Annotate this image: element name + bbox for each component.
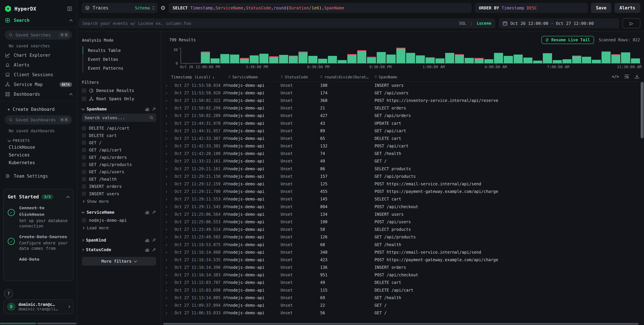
source-select[interactable]: Traces Schema (82, 3, 158, 13)
histogram-bar[interactable] (406, 53, 415, 63)
root-spans-only-toggle[interactable]: Root Spans Only (82, 96, 156, 101)
histogram-bar[interactable] (553, 60, 562, 63)
table-row[interactable]: › Oct 27 11:50:02.322 AM nodejs-demo-api… (161, 97, 644, 104)
checkbox[interactable] (82, 184, 86, 189)
histogram-bar[interactable] (426, 57, 434, 63)
filter-value-item[interactable]: GET /api/users (82, 168, 156, 175)
histogram-bar[interactable] (621, 52, 630, 63)
expand-row-icon[interactable]: › (161, 121, 171, 126)
expand-row-icon[interactable]: › (161, 98, 171, 103)
expand-row-icon[interactable]: › (161, 114, 171, 118)
histogram-bar[interactable] (240, 58, 249, 63)
histogram-bar[interactable] (474, 58, 484, 63)
expand-row-icon[interactable]: › (161, 265, 171, 270)
histogram-bar[interactable] (250, 55, 259, 63)
mode-results-table[interactable]: Results Table (83, 46, 156, 55)
histogram-bar[interactable] (338, 60, 347, 63)
get-started-item[interactable]: ✓ Connect to ClickHouse Set up your data… (8, 204, 69, 229)
histogram-bar[interactable] (445, 53, 454, 63)
histogram-bar[interactable] (328, 56, 337, 63)
checkbox[interactable] (82, 126, 86, 130)
vertical-scrollbar[interactable] (641, 82, 644, 138)
mode-event-deltas[interactable]: Event Deltas (83, 55, 156, 64)
checkbox[interactable] (82, 97, 86, 101)
histogram-bar[interactable] (279, 55, 288, 63)
histogram-bar[interactable] (484, 59, 493, 63)
get-started-item[interactable]: ✓ Create Data Sources Configure where yo… (8, 233, 69, 251)
filter-value-item[interactable]: GET /api/orders (82, 154, 156, 161)
checkbox[interactable] (82, 163, 86, 167)
pin-icon[interactable] (152, 248, 156, 252)
table-row[interactable]: › Oct 27 11:16:14.535 AM nodejs-demo-api… (161, 256, 644, 263)
get-started-item[interactable]: ✓ Add Data (8, 256, 69, 267)
histogram-bar[interactable] (289, 56, 298, 63)
saved-dashboards-input[interactable]: Saved Dashboards⌘ K (5, 115, 72, 125)
nav-chart-explorer[interactable]: Chart Explorer (0, 50, 77, 60)
histogram-bar[interactable] (455, 54, 464, 63)
histogram-bar[interactable] (396, 48, 406, 63)
mode-event-patterns[interactable]: Event Patterns (83, 64, 156, 73)
table-row[interactable]: › Oct 27 11:29:21.161 AM nodejs-demo-api… (161, 165, 644, 173)
histogram-bar[interactable] (562, 59, 572, 63)
preset-services[interactable]: Services (0, 151, 77, 159)
filter-group-spankind[interactable]: SpanKind (82, 238, 156, 243)
pin-icon[interactable] (152, 107, 156, 111)
expand-row-icon[interactable]: › (161, 258, 171, 262)
checkbox[interactable] (82, 218, 86, 222)
expand-row-icon[interactable]: › (161, 106, 171, 110)
saved-searches-input[interactable]: Saved Searches⌘ K (5, 30, 72, 40)
table-row[interactable]: › Oct 27 11:50:02.299 AM nodejs-demo-api… (161, 104, 644, 112)
spanname-search-input[interactable]: Search values... (82, 114, 156, 122)
histogram-bar[interactable] (201, 52, 210, 63)
chart-toggle-icon[interactable] (145, 210, 149, 214)
search-input[interactable]: Search your events w/ Lucene ex. column:… (78, 18, 495, 28)
filter-group-statuscode[interactable]: StatusCode (82, 247, 156, 252)
expand-row-icon[interactable]: › (161, 250, 171, 254)
histogram-bar[interactable] (504, 56, 513, 63)
drag-handle-icon[interactable]: ⠿ (228, 75, 231, 79)
filter-value-item[interactable]: nodejs-demo-api (82, 217, 156, 224)
filter-group-servicename[interactable]: ServiceName (82, 210, 156, 215)
filter-value-item[interactable]: GET /api/products (82, 161, 156, 168)
filter-value-item[interactable]: DELETE cart (82, 132, 156, 139)
source-settings-gear-icon[interactable]: ⚙ (160, 5, 166, 11)
expand-row-icon[interactable]: › (161, 136, 171, 141)
table-row[interactable]: › Oct 27 11:16:14.396 AM nodejs-demo-api… (161, 264, 644, 271)
spanname-show-more[interactable]: Show more (82, 197, 156, 204)
expand-row-icon[interactable]: › (161, 167, 171, 171)
expand-row-icon[interactable]: › (161, 280, 171, 285)
table-row[interactable]: › Oct 27 11:50:02.289 AM nodejs-demo-api… (161, 112, 644, 120)
table-row[interactable]: › Oct 27 11:25:06.564 AM nodejs-demo-api… (161, 210, 644, 218)
table-row[interactable]: › Oct 27 11:25:06.553 AM nodejs-demo-api… (161, 218, 644, 226)
histogram-bar[interactable] (465, 58, 474, 63)
expand-row-icon[interactable]: › (161, 151, 171, 156)
save-button[interactable]: Save (591, 3, 612, 13)
table-row[interactable]: › Oct 27 11:53:58.920 AM nodejs-demo-api… (161, 89, 644, 97)
preset-clickhouse[interactable]: ClickHouse (0, 143, 77, 151)
expand-row-icon[interactable]: › (161, 220, 171, 224)
expand-row-icon[interactable]: › (161, 144, 171, 148)
chart-toggle-icon[interactable] (145, 248, 149, 252)
table-row[interactable]: › Oct 27 11:42:20.180 AM nodejs-demo-api… (161, 150, 644, 157)
histogram-bar[interactable] (514, 55, 523, 63)
histogram-bar[interactable] (611, 54, 620, 63)
expand-row-icon[interactable]: › (161, 273, 171, 277)
filter-value-item[interactable]: GET /api/cart (82, 146, 156, 154)
filter-value-item[interactable]: INSERT orders (82, 183, 156, 190)
histogram-bar[interactable] (347, 54, 356, 63)
expand-row-icon[interactable]: › (161, 212, 171, 217)
view-sql-icon[interactable]: </> (612, 74, 619, 79)
user-profile[interactable]: D dominic.tran@c… dominic.tran@cli… (3, 299, 74, 314)
histogram-bar[interactable] (533, 61, 542, 63)
histogram-bar[interactable] (436, 58, 444, 63)
table-row[interactable]: › Oct 27 11:42:33.301 AM nodejs-demo-api… (161, 142, 644, 150)
histogram-bar[interactable] (582, 57, 591, 63)
histogram-bar[interactable] (386, 55, 396, 63)
expand-row-icon[interactable]: › (161, 288, 171, 292)
histogram-bar[interactable] (631, 58, 640, 63)
expand-row-icon[interactable]: › (161, 311, 171, 315)
filter-value-item[interactable]: GET / (82, 139, 156, 146)
checkbox[interactable] (82, 141, 86, 145)
checkbox[interactable] (82, 177, 86, 181)
create-dashboard-button[interactable]: + Create Dashboard (0, 103, 77, 113)
